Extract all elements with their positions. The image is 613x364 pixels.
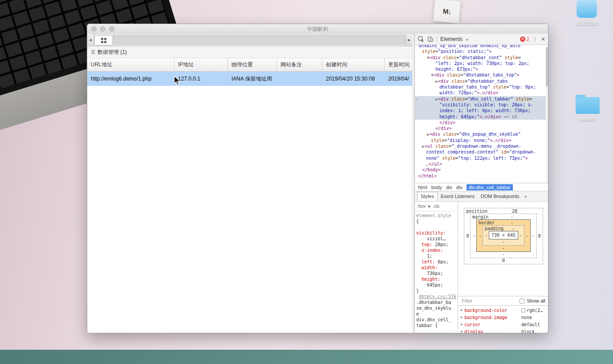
border-left-value[interactable]: - [478,233,483,238]
style-line[interactable]: 645px; [416,282,458,288]
style-line[interactable]: 1; [416,253,458,259]
tree-node[interactable]: …</ul> [415,161,548,167]
table-row[interactable]: http://emlog6.demo/1.php127.0.0.1IANA 保留… [87,72,412,86]
tree-node[interactable]: </body> [415,167,548,173]
tree-node[interactable]: ▼<div class="dhxtabbar_cont" style= [415,55,548,61]
tree-node[interactable]: dhxwins_vp_dhx_skyblue dhxwins_vp_auto" [415,45,548,49]
position-bottom-value[interactable]: 0 [465,258,542,263]
tree-node[interactable]: ▶<ul class="_dropdown-menu _dropdown- [415,143,548,149]
tree-node[interactable]: height: 673px;"> [415,66,548,72]
column-header[interactable]: IP地址 [175,58,228,71]
console-errors-badge[interactable]: ✕ 2 [520,36,529,42]
styles-code[interactable]: element.style{ visibility: visibl… top: … [415,211,458,328]
tree-node[interactable]: height: 645px;">…</div> == $0 [415,114,548,120]
show-all-checkbox[interactable] [520,299,524,303]
computed-property-row[interactable]: ▶background-colorrgb(2… [458,307,548,314]
more-tabs-icon[interactable]: » [466,36,468,42]
style-line[interactable]: tabbar { [416,323,458,328]
tabs-scroll-right-button[interactable]: ▶ [406,34,412,46]
style-line[interactable]: visibl… [416,236,458,242]
inspect-icon[interactable] [418,36,424,42]
expand-arrow-icon[interactable]: ▶ [461,308,463,312]
border-top-value[interactable]: - [495,220,529,225]
tree-node[interactable]: ⋯▶<div class="dhx_cell_tabbar" style= [415,96,548,102]
node-overflow-icon[interactable]: ⋯ [416,96,418,102]
breadcrumb-item[interactable]: body [431,185,442,190]
margin-right-value[interactable]: - [531,233,536,238]
tree-node[interactable]: </div> [415,125,548,131]
tree-node[interactable]: context compressed-context" id="dropdown… [415,149,548,155]
expand-arrow-icon[interactable]: ▶ [461,330,463,333]
tree-node[interactable]: ▶<div class="dhx_popup_dhx_skyblue" [415,131,548,137]
style-line[interactable]: .dhxtabbar_ba [416,299,458,305]
style-line[interactable] [416,224,458,230]
tree-node[interactable]: none" style="top: 122px; left: 73px;"> [415,155,548,161]
tabs-scroll-left-button[interactable]: ◀ [87,34,94,46]
padding-top-value[interactable]: - [503,226,523,231]
margin-left-value[interactable]: - [471,233,476,238]
tree-node[interactable]: </html> [415,173,548,179]
position-top-value[interactable]: 28 [487,209,542,214]
tab-strip[interactable] [113,35,406,44]
tree-node[interactable]: "visibility: visible; top: 28px; z- [415,102,548,108]
border-bottom-value[interactable]: - [478,246,529,251]
style-line[interactable]: height: [416,276,458,282]
tree-node[interactable]: "left: 2px; width: 730px; top: 2px; [415,61,548,66]
style-line[interactable]: left: 0px; [416,259,458,265]
tree-node[interactable]: ▶<div class="dhxtabbar_tabs [415,78,548,84]
style-line[interactable]: } [416,288,458,294]
content-size[interactable]: 730 × 645 [489,231,518,239]
tabs-grid-button[interactable] [94,35,113,45]
padding-left-value[interactable]: - [484,233,489,238]
expand-arrow-icon[interactable]: ▶ [461,323,463,326]
tab-dom-breakpoints[interactable]: DOM Breakpoints [478,192,523,200]
position-left-value[interactable]: 0 [465,234,470,239]
column-header[interactable]: URL地址 [87,58,175,71]
tree-node[interactable]: ▼<div class="dhxtabbar_tabs_top"> [415,72,548,78]
padding-bottom-value[interactable]: - [484,239,523,244]
breadcrumb-item[interactable]: html [418,185,427,190]
tree-node[interactable]: width: 728px;">…</div> [415,90,548,96]
devtools-menu-icon[interactable]: ⋮ [532,36,538,42]
tab-styles[interactable]: Styles [417,192,438,201]
tab-elements[interactable]: Elements [440,36,463,42]
style-line[interactable]: width: [416,265,458,271]
style-line[interactable]: e [416,311,458,317]
devtools-close-icon[interactable]: ✕ [541,36,545,42]
computed-property-row[interactable]: ▶displayblock [458,328,548,333]
tree-node[interactable]: dhxtabbar_tabs_top" style="top: 0px; [415,84,548,90]
border-right-value[interactable]: - [524,233,529,238]
tab-event-listeners[interactable]: Event Listeners [438,192,478,200]
hover-state-button[interactable]: :hov [417,204,426,209]
margin-bottom-value[interactable]: - [471,252,536,257]
filter-input[interactable]: Filter [462,298,520,303]
column-header[interactable]: 更新时间 [385,58,412,71]
computed-property-row[interactable]: ▶background-imagenone [458,314,548,321]
breadcrumb-item[interactable]: div.dhx_cell_tabbar [467,184,513,190]
tree-node[interactable]: style="display: none;">…</div> [415,138,548,143]
margin-top-value[interactable]: - [488,214,536,219]
style-line[interactable]: element.style [416,213,458,218]
style-line[interactable]: visibility: [416,230,458,236]
style-line[interactable]: 730px; [416,271,458,276]
style-line[interactable]: div.dhx_cell_ [416,317,458,323]
column-header[interactable]: 创建时间 [322,58,385,71]
computed-property-row[interactable]: ▶cursordefault [458,321,548,328]
style-line[interactable]: top: 28px; [416,242,458,247]
style-line[interactable]: { [416,218,458,224]
expand-arrow-icon[interactable]: ▶ [461,315,463,319]
tree-node[interactable]: </div> [415,120,548,125]
desktop-icon-assets[interactable]: assets [572,94,603,122]
column-header[interactable]: 网站备注 [277,58,322,71]
tree-node[interactable]: style="position: static;"> [415,49,548,54]
more-panels-icon[interactable]: » [524,194,527,199]
class-toggle-button[interactable]: .cls [433,204,439,209]
style-line[interactable]: z-index: [416,247,458,253]
device-toolbar-icon[interactable] [427,36,434,42]
tree-scrollbar[interactable] [546,46,548,182]
desktop-icon-w12scan[interactable]: W12Scan [571,0,602,26]
breadcrumb-item[interactable]: div [446,185,452,190]
scrollbar-thumb[interactable] [546,47,548,86]
tree-node[interactable]: index: 1; left: 0px; width: 730px; [415,108,548,113]
column-header[interactable]: 物理位置 [228,58,277,71]
